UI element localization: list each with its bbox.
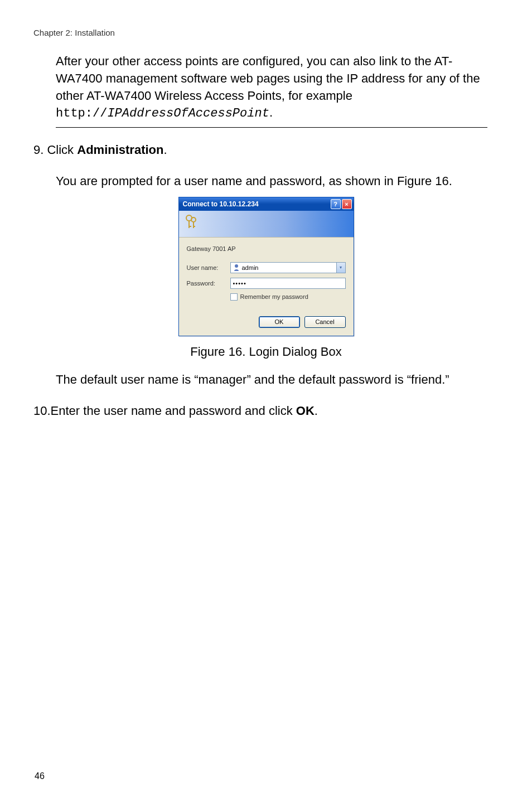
help-button[interactable]: ? [331,199,341,209]
button-row: OK Cancel [187,316,346,328]
step10-bold: OK [296,404,315,418]
close-button[interactable]: × [342,199,352,209]
chevron-down-icon[interactable]: ▾ [336,263,345,273]
step9-prefix: 9. Click [33,143,77,157]
remember-checkbox[interactable] [230,293,238,301]
dialog-titlebar: Connect to 10.10.12.234 ? × [179,197,354,211]
step10-period: . [315,404,318,418]
titlebar-buttons: ? × [331,199,352,209]
password-value: ••••• [233,280,246,287]
ok-button[interactable]: OK [259,316,300,328]
intro-block: After your other access points are confi… [56,53,487,128]
dialog-body: Gateway 7001 AP User name: admin ▾ Passw… [179,238,354,336]
step9-bold: Administration [77,143,163,157]
svg-rect-4 [193,221,194,228]
dialog-title: Connect to 10.10.12.234 [183,200,259,208]
prompt-paragraph: You are prompted for a user name and pas… [56,173,487,190]
intro-period: . [269,105,273,119]
step-10: 10.Enter the user name and password and … [33,403,499,420]
svg-rect-2 [188,226,191,227]
step-9: 9. Click Administration. [33,142,499,159]
remember-label: Remember my password [240,293,308,300]
svg-rect-5 [193,226,195,227]
defaults-paragraph: The default user name is “manager” and t… [56,371,487,389]
keys-icon [183,214,199,234]
username-value: admin [242,264,259,271]
svg-point-6 [235,264,238,268]
step10-prefix: 10.Enter the user name and password and … [33,404,296,418]
url-prefix: http:// [56,107,107,120]
chapter-header: Chapter 2: Installation [33,28,499,37]
password-input[interactable]: ••••• [230,278,346,289]
remember-row: Remember my password [230,293,346,301]
username-label: User name: [187,264,230,271]
login-dialog: Connect to 10.10.12.234 ? × Gateway 7001… [178,197,354,336]
dialog-banner [179,211,354,238]
intro-text: After your other access points are confi… [56,54,480,103]
page-number: 46 [35,771,45,781]
realm-label: Gateway 7001 AP [187,245,346,252]
figure-caption: Figure 16. Login Dialog Box [33,345,499,359]
cancel-button[interactable]: Cancel [304,316,346,328]
username-combo[interactable]: admin ▾ [230,262,346,273]
url-placeholder: IPAddressOfAccessPoint [107,107,269,120]
svg-point-3 [191,217,196,222]
password-row: Password: ••••• [187,278,346,289]
password-label: Password: [187,280,230,287]
step9-period: . [163,143,167,157]
dialog-wrap: Connect to 10.10.12.234 ? × Gateway 7001… [33,197,499,336]
section-rule [56,127,487,128]
user-icon [233,264,240,272]
username-row: User name: admin ▾ [187,262,346,273]
intro-paragraph: After your other access points are confi… [56,53,487,123]
